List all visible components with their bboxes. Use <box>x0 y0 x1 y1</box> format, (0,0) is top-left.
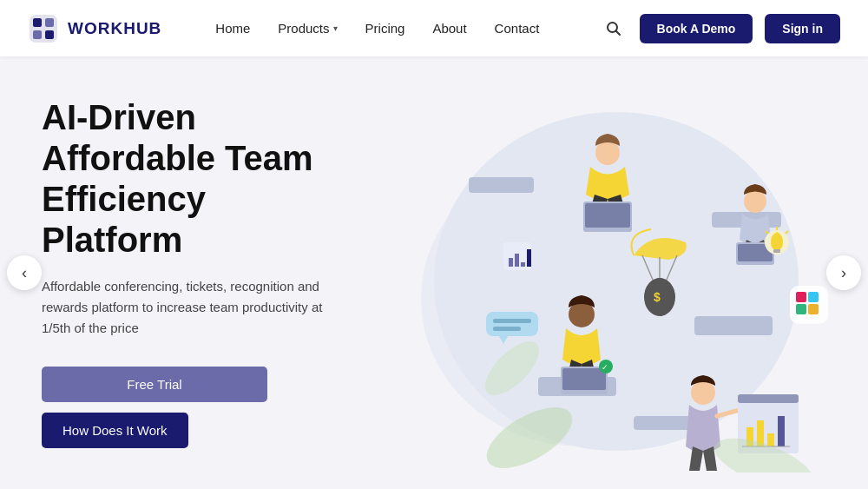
svg-rect-40 <box>486 312 538 336</box>
nav-item-contact[interactable]: Contact <box>483 14 552 43</box>
svg-rect-42 <box>493 319 531 323</box>
chevron-down-icon: ▾ <box>333 23 338 33</box>
svg-rect-55 <box>773 249 780 253</box>
book-demo-button[interactable]: Book A Demo <box>640 14 753 43</box>
svg-rect-46 <box>515 254 519 267</box>
hero-section: ‹ AI-Driven Affordable Team Efficiency P… <box>0 56 868 489</box>
svg-rect-2 <box>45 18 54 27</box>
svg-rect-13 <box>634 416 694 430</box>
svg-rect-52 <box>796 304 806 314</box>
svg-text:✓: ✓ <box>602 363 608 372</box>
hero-content: AI-Driven Affordable Team Efficiency Pla… <box>0 97 373 449</box>
svg-line-6 <box>615 30 620 35</box>
nav-item-pricing[interactable]: Pricing <box>353 14 418 43</box>
svg-rect-50 <box>796 292 806 302</box>
search-button[interactable] <box>600 15 628 43</box>
svg-rect-43 <box>493 327 521 331</box>
svg-rect-16 <box>585 203 630 228</box>
svg-rect-48 <box>527 249 531 267</box>
nav-item-about[interactable]: About <box>420 14 478 43</box>
svg-rect-31 <box>767 433 774 446</box>
svg-rect-47 <box>521 262 525 267</box>
svg-rect-11 <box>469 177 534 193</box>
hero-illustration: ✓ <box>382 73 833 472</box>
svg-rect-53 <box>808 304 819 314</box>
svg-text:$: $ <box>654 290 661 304</box>
hero-buttons: Free Trial How Does It Work <box>42 367 332 448</box>
svg-rect-3 <box>33 30 42 39</box>
free-trial-button[interactable]: Free Trial <box>42 367 267 402</box>
svg-rect-51 <box>808 292 819 302</box>
hero-subtitle: Affordable conferencing, tickets, recogn… <box>42 276 332 339</box>
chevron-left-icon: ‹ <box>22 264 27 282</box>
svg-point-25 <box>691 380 715 405</box>
chevron-right-icon: › <box>841 264 846 282</box>
svg-point-17 <box>744 190 766 213</box>
svg-rect-32 <box>778 416 785 446</box>
illustration-svg: ✓ <box>382 73 833 472</box>
logo-icon <box>28 13 59 44</box>
svg-rect-10 <box>694 316 773 335</box>
logo[interactable]: WORKHUB <box>28 13 161 44</box>
carousel-next-button[interactable]: › <box>826 255 861 290</box>
svg-rect-1 <box>33 18 42 27</box>
nav-item-home[interactable]: Home <box>203 14 262 43</box>
navbar-right: Book A Demo Sign in <box>600 14 840 43</box>
svg-rect-4 <box>45 30 54 39</box>
nav-links: Home Products ▾ Pricing About Contact <box>203 14 551 43</box>
svg-point-14 <box>595 141 620 165</box>
navbar: WORKHUB Home Products ▾ Pricing About Co… <box>0 0 868 56</box>
svg-rect-28 <box>738 394 799 403</box>
logo-text: WORKHUB <box>68 19 161 38</box>
svg-rect-22 <box>562 368 606 390</box>
svg-rect-45 <box>509 258 513 267</box>
navbar-left: WORKHUB Home Products ▾ Pricing About Co… <box>28 13 551 44</box>
search-icon <box>605 20 622 37</box>
how-does-it-work-button[interactable]: How Does It Work <box>42 413 188 448</box>
hero-title: AI-Driven Affordable Team Efficiency Pla… <box>42 97 332 261</box>
nav-item-products[interactable]: Products ▾ <box>266 14 349 43</box>
signin-button[interactable]: Sign in <box>765 14 840 43</box>
carousel-prev-button[interactable]: ‹ <box>7 255 42 290</box>
